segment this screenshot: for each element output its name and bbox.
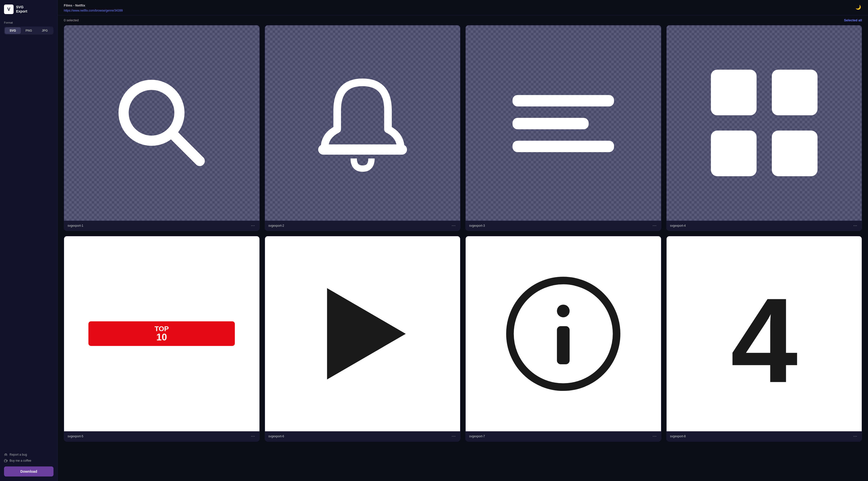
card-svgexport-7[interactable]: svgexport-7 ⋯	[465, 236, 661, 442]
card-preview-5: TOP 10	[64, 236, 259, 431]
card-preview-6	[265, 236, 460, 431]
svg-marker-14	[327, 288, 406, 379]
svg-rect-8	[513, 118, 589, 129]
white-bg-7	[466, 236, 661, 431]
card-name-8: svgexport-8	[670, 435, 686, 438]
page-info: Films - Netflix https://www.netflix.com/…	[64, 3, 123, 12]
card-name-6: svgexport-6	[269, 435, 284, 438]
info-icon	[500, 270, 627, 397]
card-svgexport-3[interactable]: svgexport-3 ⋯	[465, 25, 661, 231]
select-all-button[interactable]: Selected all	[844, 18, 862, 22]
card-footer-1: svgexport-1 ⋯	[64, 221, 259, 231]
card-svgexport-5[interactable]: TOP 10 svgexport-5 ⋯	[64, 236, 260, 442]
svg-line-5	[172, 133, 200, 161]
sidebar: V SVGExport Format SVG PNG JPG Report a …	[0, 0, 58, 481]
sidebar-spacer	[4, 40, 54, 453]
svg-rect-11	[772, 69, 817, 115]
format-svg-button[interactable]: SVG	[5, 27, 21, 34]
card-svgexport-2[interactable]: svgexport-2 ⋯	[265, 25, 461, 231]
theme-toggle-button[interactable]: 🌙	[855, 3, 862, 11]
bug-icon	[4, 453, 7, 456]
sidebar-footer: Report a bug Buy me a coffee	[4, 453, 54, 462]
menu-icon	[500, 60, 627, 186]
card-preview-7	[466, 236, 661, 431]
logo-letter: V	[7, 7, 10, 12]
selection-bar: 0 selected Selected all	[58, 15, 868, 25]
card-preview-1	[64, 25, 259, 221]
card-svgexport-8[interactable]: 4 svgexport-8 ⋯	[666, 236, 862, 442]
logo-text: SVGExport	[16, 5, 27, 13]
checkerboard-3	[466, 25, 661, 221]
card-footer-7: svgexport-7 ⋯	[466, 431, 661, 441]
card-svgexport-1[interactable]: svgexport-1 ⋯	[64, 25, 260, 231]
grid-area: svgexport-1 ⋯ svgexport-2	[58, 25, 868, 481]
svg-rect-10	[711, 69, 756, 115]
card-name-5: svgexport-5	[68, 435, 83, 438]
format-buttons: SVG PNG JPG	[4, 27, 54, 35]
card-menu-button-3[interactable]: ⋯	[651, 223, 657, 228]
checkerboard-1	[64, 25, 259, 221]
grid-icon	[701, 60, 828, 186]
white-bg-8: 4	[666, 236, 862, 431]
ten-text: 10	[94, 332, 229, 342]
top10-badge: TOP 10	[88, 321, 235, 346]
card-menu-button-1[interactable]: ⋯	[250, 223, 256, 228]
svg-grid: svgexport-1 ⋯ svgexport-2	[64, 25, 862, 442]
logo-box: V	[4, 4, 13, 14]
card-footer-8: svgexport-8 ⋯	[666, 431, 862, 441]
search-icon	[98, 60, 225, 186]
report-bug-button[interactable]: Report a bug	[4, 453, 54, 456]
download-button[interactable]: Download	[4, 467, 54, 477]
white-bg-6	[265, 236, 460, 431]
svg-rect-6	[318, 145, 407, 155]
format-jpg-button[interactable]: JPG	[37, 27, 53, 34]
svg-rect-13	[772, 131, 817, 176]
card-footer-3: svgexport-3 ⋯	[466, 221, 661, 231]
card-preview-8: 4	[666, 236, 862, 431]
card-name-2: svgexport-2	[269, 224, 284, 227]
card-name-3: svgexport-3	[469, 224, 485, 227]
svg-rect-17	[557, 326, 569, 364]
top10-container: TOP 10	[64, 236, 259, 431]
top-text: TOP	[94, 325, 229, 332]
bell-icon	[299, 60, 426, 186]
buy-coffee-label: Buy me a coffee	[9, 459, 31, 462]
number4-icon: 4	[701, 270, 828, 397]
svg-rect-9	[513, 141, 614, 152]
logo-area: V SVGExport	[4, 4, 54, 14]
card-menu-button-4[interactable]: ⋯	[852, 223, 858, 228]
selected-count: 0 selected	[64, 18, 79, 22]
card-menu-button-6[interactable]: ⋯	[451, 434, 457, 439]
card-footer-6: svgexport-6 ⋯	[265, 431, 460, 441]
coffee-icon	[4, 459, 7, 462]
svg-point-16	[557, 304, 569, 317]
card-menu-button-5[interactable]: ⋯	[250, 434, 256, 439]
play-icon	[299, 270, 426, 397]
card-svgexport-4[interactable]: svgexport-4 ⋯	[666, 25, 862, 231]
card-name-7: svgexport-7	[469, 435, 485, 438]
main-content: Films - Netflix https://www.netflix.com/…	[58, 0, 868, 481]
card-menu-button-2[interactable]: ⋯	[451, 223, 457, 228]
card-svgexport-6[interactable]: svgexport-6 ⋯	[265, 236, 461, 442]
svg-point-0	[5, 454, 6, 455]
card-footer-2: svgexport-2 ⋯	[265, 221, 460, 231]
card-preview-3	[466, 25, 661, 221]
report-bug-label: Report a bug	[9, 453, 27, 456]
checkerboard-2	[265, 25, 460, 221]
svg-rect-7	[513, 95, 614, 106]
format-png-button[interactable]: PNG	[21, 27, 37, 34]
page-url[interactable]: https://www.netflix.com/browse/genre/343…	[64, 9, 123, 12]
card-name-4: svgexport-4	[670, 224, 686, 227]
card-footer-4: svgexport-4 ⋯	[666, 221, 862, 231]
card-footer-5: svgexport-5 ⋯	[64, 431, 259, 441]
card-name-1: svgexport-1	[68, 224, 83, 227]
card-preview-4	[666, 25, 862, 221]
card-preview-2	[265, 25, 460, 221]
buy-coffee-button[interactable]: Buy me a coffee	[4, 459, 54, 462]
card-menu-button-8[interactable]: ⋯	[852, 434, 858, 439]
top-bar: Films - Netflix https://www.netflix.com/…	[58, 0, 868, 15]
svg-text:4: 4	[731, 272, 799, 397]
page-title: Films - Netflix	[64, 3, 123, 7]
checkerboard-4	[666, 25, 862, 221]
card-menu-button-7[interactable]: ⋯	[651, 434, 657, 439]
